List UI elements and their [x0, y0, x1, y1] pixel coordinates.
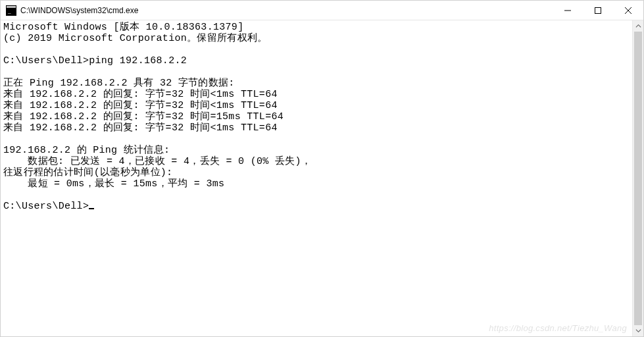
watermark-text: https://blog.csdn.net/Tiezhu_Wang: [489, 323, 627, 334]
console-line: 最短 = 0ms，最长 = 15ms，平均 = 3ms: [3, 178, 224, 190]
console-prompt-line: C:\Users\Dell>ping 192.168.2.2: [3, 55, 187, 66]
console-line: 来自 192.168.2.2 的回复: 字节=32 时间=15ms TTL=64: [3, 111, 284, 122]
cmd-icon: _: [6, 5, 16, 16]
scrollbar-track[interactable]: [633, 32, 643, 325]
console-line: (c) 2019 Microsoft Corporation。保留所有权利。: [3, 33, 267, 44]
close-button[interactable]: [613, 1, 643, 20]
console-area: Microsoft Windows [版本 10.0.18363.1379] (…: [1, 20, 643, 336]
console-output[interactable]: Microsoft Windows [版本 10.0.18363.1379] (…: [1, 20, 632, 336]
console-line: 来自 192.168.2.2 的回复: 字节=32 时间<1ms TTL=64: [3, 122, 278, 134]
console-line: 往返行程的估计时间(以毫秒为单位):: [3, 167, 172, 178]
scroll-down-button[interactable]: [633, 325, 643, 336]
console-line: 来自 192.168.2.2 的回复: 字节=32 时间<1ms TTL=64: [3, 100, 278, 111]
vertical-scrollbar[interactable]: [632, 20, 643, 336]
window-controls: [553, 1, 643, 20]
console-line: 来自 192.168.2.2 的回复: 字节=32 时间<1ms TTL=64: [3, 89, 278, 100]
minimize-button[interactable]: [553, 1, 583, 20]
console-line: 正在 Ping 192.168.2.2 具有 32 字节的数据:: [3, 78, 235, 89]
window-title: C:\WINDOWS\system32\cmd.exe: [20, 6, 138, 15]
console-line: Microsoft Windows [版本 10.0.18363.1379]: [3, 22, 243, 33]
console-line: 192.168.2.2 的 Ping 统计信息:: [3, 145, 170, 156]
scroll-up-button[interactable]: [633, 20, 643, 32]
console-line: 数据包: 已发送 = 4，已接收 = 4，丢失 = 0 (0% 丢失)，: [3, 156, 311, 167]
window-titlebar[interactable]: _ C:\WINDOWS\system32\cmd.exe: [1, 1, 643, 20]
console-prompt: C:\Users\Dell>: [3, 201, 89, 212]
scrollbar-thumb[interactable]: [634, 32, 642, 325]
svg-text:_: _: [7, 8, 11, 14]
maximize-button[interactable]: [583, 1, 613, 20]
text-cursor: [89, 208, 94, 209]
svg-rect-3: [595, 7, 601, 13]
